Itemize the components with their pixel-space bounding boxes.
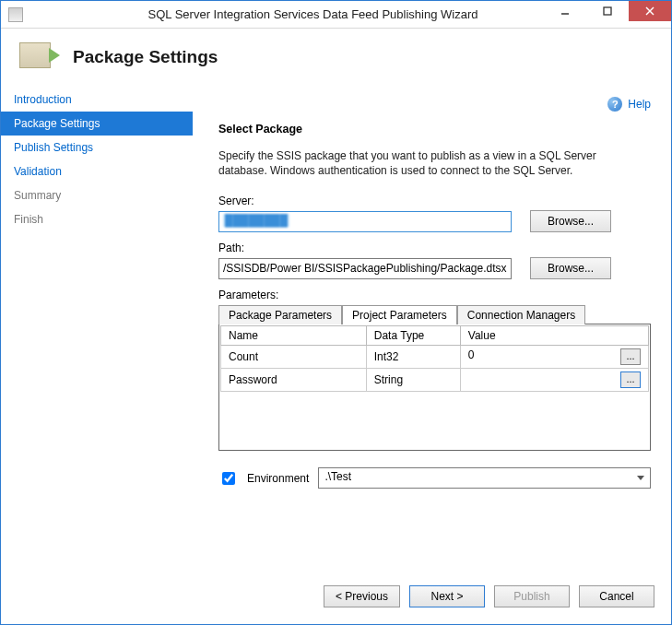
col-value: Value	[460, 326, 648, 346]
environment-select[interactable]: .\Test	[318, 467, 651, 489]
sidebar-item-introduction[interactable]: Introduction	[1, 88, 193, 112]
browse-server-button[interactable]: Browse...	[530, 210, 611, 232]
section-title: Select Package	[218, 123, 651, 136]
publish-button: Publish	[494, 585, 570, 607]
sidebar-item-label: Finish	[14, 213, 43, 226]
environment-label: Environment	[247, 472, 309, 485]
minimize-button[interactable]	[544, 1, 586, 21]
cell-name: Password	[221, 369, 367, 392]
previous-button[interactable]: < Previous	[324, 585, 400, 607]
environment-value: .\Test	[324, 470, 351, 483]
table-header-row: Name Data Type Value	[221, 326, 649, 346]
sidebar-item-label: Summary	[14, 189, 61, 202]
cancel-button[interactable]: Cancel	[579, 585, 654, 607]
environment-row: Environment .\Test	[218, 467, 651, 489]
help-label: Help	[628, 98, 651, 111]
sidebar-item-label: Publish Settings	[14, 141, 93, 154]
app-icon	[8, 7, 23, 22]
section-description: Specify the SSIS package that you want t…	[218, 148, 633, 178]
value-ellipsis-button[interactable]: ...	[620, 348, 641, 365]
cell-name: Count	[221, 346, 367, 369]
close-button[interactable]	[629, 1, 671, 21]
title-bar: SQL Server Integration Services Data Fee…	[1, 1, 671, 29]
page-heading: Package Settings	[73, 47, 218, 67]
environment-checkbox[interactable]	[222, 472, 235, 485]
server-label: Server:	[218, 195, 651, 207]
parameters-table: Name Data Type Value Count Int32 0 ... P…	[220, 325, 649, 392]
main-panel: ? Help Select Package Specify the SSIS p…	[193, 86, 671, 578]
table-row[interactable]: Password String ...	[221, 369, 649, 392]
package-icon	[18, 35, 62, 79]
value-ellipsis-button[interactable]: ...	[620, 371, 641, 388]
cell-type: String	[366, 369, 460, 392]
sidebar-item-publish-settings[interactable]: Publish Settings	[1, 136, 193, 159]
parameters-tabs: Package Parameters Project Parameters Co…	[218, 304, 651, 324]
sidebar-item-label: Package Settings	[14, 117, 100, 130]
server-input[interactable]: ████████	[218, 211, 512, 232]
sidebar-item-label: Validation	[14, 165, 62, 178]
sidebar-item-package-settings[interactable]: Package Settings	[1, 112, 193, 136]
tab-project-parameters[interactable]: Project Parameters	[342, 305, 457, 324]
table-row[interactable]: Count Int32 0 ...	[221, 346, 649, 369]
window-buttons	[544, 1, 671, 21]
sidebar-item-validation[interactable]: Validation	[1, 159, 193, 183]
path-label: Path:	[218, 242, 651, 254]
wizard-window: SQL Server Integration Services Data Fee…	[0, 0, 672, 625]
svg-rect-1	[604, 7, 611, 15]
wizard-footer: < Previous Next > Publish Cancel	[1, 578, 671, 624]
cell-value[interactable]: 0 ...	[460, 346, 648, 369]
next-button[interactable]: Next >	[409, 585, 485, 607]
col-name: Name	[221, 326, 367, 346]
cell-type: Int32	[366, 346, 460, 369]
path-input[interactable]	[218, 258, 512, 279]
page-header: Package Settings	[1, 29, 671, 86]
sidebar-item-summary: Summary	[1, 183, 193, 207]
tab-connection-managers[interactable]: Connection Managers	[457, 305, 585, 324]
tab-package-parameters[interactable]: Package Parameters	[218, 305, 342, 324]
parameters-table-panel: Name Data Type Value Count Int32 0 ... P…	[218, 324, 651, 451]
wizard-steps-sidebar: Introduction Package Settings Publish Se…	[1, 86, 193, 578]
col-type: Data Type	[366, 326, 460, 346]
help-icon: ?	[607, 97, 622, 112]
sidebar-item-finish: Finish	[1, 207, 193, 231]
browse-path-button[interactable]: Browse...	[530, 257, 611, 279]
sidebar-item-label: Introduction	[14, 93, 72, 106]
cell-value[interactable]: ...	[460, 369, 648, 392]
help-link[interactable]: ? Help	[607, 97, 651, 112]
parameters-label: Parameters:	[218, 289, 651, 301]
maximize-button[interactable]	[586, 1, 629, 21]
